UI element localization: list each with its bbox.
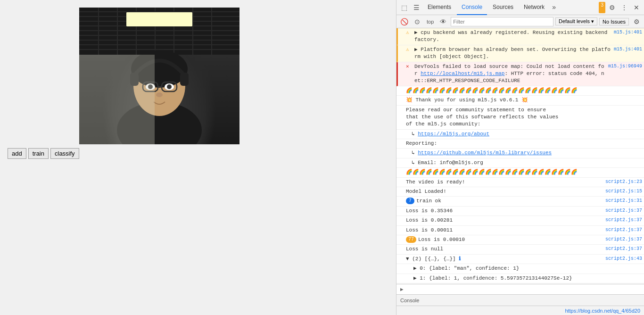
devtools-panel: ⬚ ☰ Elements Console Sources Network » 3… [396, 0, 644, 315]
console-entry-array-1: ▶ 1: {label: 1, confidence: 5.5973572131… [396, 274, 644, 283]
filter-input[interactable] [451, 17, 553, 26]
no-issues-button[interactable]: No Issues [599, 18, 629, 25]
console-entry-loss1: Loss is 0.35346 script2.js:37 [396, 207, 644, 216]
error-icon: ✕ [406, 63, 413, 70]
console-entry-github: ↳ https://github.com/ml5js/ml5-library/i… [396, 149, 644, 158]
webcam-image [79, 8, 239, 144]
entry-text: 💥 Thank you for using ml5.js v0.6.1 💥 [406, 97, 642, 104]
console-entry-warning1: ⚠ ▶ cpu backend was already registered. … [396, 28, 644, 45]
more-tabs-icon[interactable]: » [550, 4, 558, 11]
devtools-toolbar: ⬚ ☰ Elements Console Sources Network » 3… [396, 0, 644, 15]
entry-text: Reporting: [406, 140, 642, 147]
console-entry-loss3: Loss is 0.00011 script2.js:37 [396, 226, 644, 235]
add-button[interactable]: add [8, 148, 26, 159]
tab-sources[interactable]: Sources [488, 0, 518, 15]
buttons-row: add train classify [8, 148, 392, 159]
clear-console-icon[interactable]: 🚫 [398, 16, 410, 27]
ml5-link[interactable]: https://ml5js.org/about [418, 131, 489, 137]
console-entry-array-0: ▶ 0: {label: "man", confidence: 1} [396, 264, 644, 274]
top-context-dropdown[interactable]: top [425, 16, 436, 27]
loss-badge: 77 [406, 236, 416, 243]
entry-source[interactable]: m15.js:401 [614, 46, 642, 53]
console-entry-loss2: Loss is 0.00281 script2.js:37 [396, 216, 644, 225]
warning-icon: ⚠ [406, 46, 413, 53]
entry-source[interactable]: script2.js:37 [605, 217, 642, 224]
tab-elements[interactable]: Elements [423, 0, 456, 15]
array-info-icon: ℹ [459, 256, 461, 262]
console-entry-loss4: 77 Loss is 0.00010 script2.js:37 [396, 235, 644, 245]
entry-text: ▶ cpu backend was already registered. Re… [414, 29, 612, 44]
entry-source[interactable]: script2.js:43 [605, 256, 642, 262]
entry-source[interactable]: script2.js:37 [605, 246, 642, 252]
inspect-element-icon[interactable]: ⬚ [398, 2, 410, 13]
emoji-text: 🌈🌈🌈🌈🌈🌈🌈🌈🌈🌈🌈🌈🌈🌈🌈🌈🌈🌈🌈🌈🌈🌈🌈🌈🌈🌈 [406, 87, 642, 94]
entry-text: Loss is 0.00010 [418, 236, 603, 243]
preserve-log-icon[interactable]: ⊙ [412, 16, 423, 27]
console-entry-warning2: ⚠ ▶ Platform browser has already been se… [396, 45, 644, 62]
left-panel: add train classify [0, 0, 396, 315]
emoji-text: 🌈🌈🌈🌈🌈🌈🌈🌈🌈🌈🌈🌈🌈🌈🌈🌈🌈🌈🌈🌈🌈🌈🌈🌈🌈🌈 [406, 169, 642, 176]
entry-source[interactable]: m15.js:96949 [608, 63, 642, 70]
more-options-icon[interactable]: ⋮ [619, 2, 630, 13]
error-link[interactable]: http://localhost/m15.js.map [421, 71, 504, 76]
entry-source[interactable]: script2.js:37 [605, 236, 642, 243]
warning-badge[interactable]: 3 [599, 2, 605, 13]
entry-source[interactable]: script2.js:37 [605, 207, 642, 214]
console-label: Console [400, 298, 419, 303]
train-button[interactable]: train [28, 148, 49, 159]
status-url: https://blog.csdn.net/qq_4/65d20 [565, 308, 640, 314]
statusbar: https://blog.csdn.net/qq_4/65d20 [396, 306, 644, 315]
entry-text: DevTools failed to load source map: Coul… [414, 63, 606, 85]
console-entry-reporting: Reporting: [396, 139, 644, 149]
entry-source[interactable]: script2.js:31 [605, 198, 642, 204]
console-entry-emoji2: 🌈🌈🌈🌈🌈🌈🌈🌈🌈🌈🌈🌈🌈🌈🌈🌈🌈🌈🌈🌈🌈🌈🌈🌈🌈🌈 [396, 168, 644, 177]
eye-icon[interactable]: 👁 [438, 16, 449, 27]
devtools-toolbar2: 🚫 ⊙ top 👁 Default levels ▾ No Issues ⚙ [396, 15, 644, 28]
entry-text: ▶ 0: {label: "man", confidence: 1} [413, 265, 642, 272]
console-entry-link1: ↳ https://ml5js.org/about [396, 130, 644, 139]
entry-text: ↳ Email: info@ml5js.org [412, 159, 642, 166]
entry-text: ▶ Platform browser has already been set.… [414, 46, 612, 61]
entry-source[interactable]: script2.js:37 [605, 227, 642, 233]
console-entry-community: Please read our community statement to e… [396, 106, 644, 130]
console-entry-video: The video is ready! script2.js:23 [396, 178, 644, 187]
entry-text: train ok [416, 198, 603, 205]
close-devtools-icon[interactable]: ✕ [631, 2, 642, 13]
entry-text: Loss is 0.00281 [406, 217, 603, 224]
webcam-container [79, 8, 239, 144]
default-levels-button[interactable]: Default levels ▾ [555, 17, 597, 25]
devtools-bottom: Console [396, 294, 644, 306]
entry-source[interactable]: m15.js:401 [614, 29, 642, 36]
console-entry-error: ✕ DevTools failed to load source map: Co… [396, 62, 644, 86]
entry-text: Loss is null [406, 246, 603, 253]
console-entry-email: ↳ Email: info@ml5js.org [396, 158, 644, 168]
console-entry-loss-null: Loss is null script2.js:37 [396, 245, 644, 254]
webcam-person [79, 8, 239, 144]
entry-text: Loss is 0.35346 [406, 207, 603, 215]
entry-source[interactable]: script2.js:15 [605, 188, 642, 195]
settings-icon[interactable]: ⚙ [606, 2, 618, 13]
entry-source[interactable]: script2.js:23 [605, 179, 642, 185]
console-prompt: ▶ [396, 284, 644, 294]
console-entry-array-length: length: 2 [396, 283, 644, 284]
device-toolbar-icon[interactable]: ☰ [411, 2, 422, 13]
entry-text: ↳ https://github.com/ml5js/ml5-library/i… [412, 149, 642, 157]
console-entry-emoji1: 🌈🌈🌈🌈🌈🌈🌈🌈🌈🌈🌈🌈🌈🌈🌈🌈🌈🌈🌈🌈🌈🌈🌈🌈🌈🌈 [396, 86, 644, 96]
entry-text: The video is ready! [406, 179, 603, 186]
tab-network[interactable]: Network [519, 0, 549, 15]
train-badge: 7 [406, 198, 414, 204]
console-content[interactable]: ⚠ ▶ cpu backend was already registered. … [396, 28, 644, 284]
console-settings-icon[interactable]: ⚙ [631, 16, 642, 27]
classify-button[interactable]: classify [50, 148, 79, 159]
console-entry-ml5: 💥 Thank you for using ml5.js v0.6.1 💥 [396, 96, 644, 105]
console-entry-array: ▼ (2) [{…}, {…}] ℹ script2.js:43 [396, 255, 644, 264]
entry-text: Please read our community statement to e… [406, 107, 642, 128]
tab-console[interactable]: Console [457, 0, 487, 15]
entry-text: ↳ https://ml5js.org/about [412, 131, 642, 138]
entry-text: Model Loaded! [406, 188, 603, 195]
entry-text: Loss is 0.00011 [406, 227, 603, 234]
prompt-arrow: ▶ [400, 286, 404, 292]
entry-text: ▶ 1: {label: 1, confidence: 5.5973572131… [413, 275, 642, 282]
github-link[interactable]: https://github.com/ml5js/ml5-library/iss… [418, 150, 552, 156]
warning-icon: ⚠ [406, 29, 413, 36]
